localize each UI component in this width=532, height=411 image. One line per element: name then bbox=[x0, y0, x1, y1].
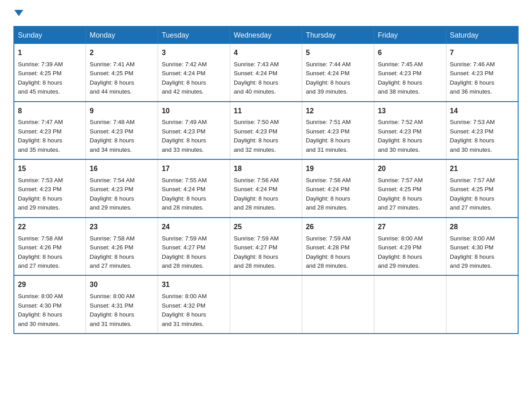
calendar-day-cell: 31Sunrise: 8:00 AMSunset: 4:32 PMDayligh… bbox=[158, 275, 230, 334]
calendar-day-cell: 8Sunrise: 7:47 AMSunset: 4:23 PMDaylight… bbox=[14, 102, 86, 160]
calendar-day-cell: 7Sunrise: 7:46 AMSunset: 4:23 PMDaylight… bbox=[446, 44, 518, 102]
day-number: 4 bbox=[234, 47, 298, 59]
calendar-day-cell bbox=[374, 275, 446, 334]
day-number: 9 bbox=[90, 106, 154, 117]
day-number: 24 bbox=[162, 222, 226, 233]
day-info: Sunrise: 8:00 AMSunset: 4:29 PMDaylight:… bbox=[378, 234, 442, 271]
svg-marker-0 bbox=[14, 10, 23, 16]
day-info: Sunrise: 8:00 AMSunset: 4:31 PMDaylight:… bbox=[90, 292, 154, 329]
day-info: Sunrise: 7:46 AMSunset: 4:23 PMDaylight:… bbox=[450, 60, 514, 97]
day-of-week-header: Sunday bbox=[14, 26, 86, 44]
day-info: Sunrise: 7:53 AMSunset: 4:23 PMDaylight:… bbox=[450, 118, 514, 154]
day-info: Sunrise: 7:42 AMSunset: 4:24 PMDaylight:… bbox=[162, 60, 226, 97]
day-info: Sunrise: 7:50 AMSunset: 4:23 PMDaylight:… bbox=[234, 118, 298, 154]
calendar-day-cell: 9Sunrise: 7:48 AMSunset: 4:23 PMDaylight… bbox=[86, 102, 158, 160]
calendar-day-cell: 17Sunrise: 7:55 AMSunset: 4:24 PMDayligh… bbox=[158, 159, 230, 218]
calendar-day-cell: 6Sunrise: 7:45 AMSunset: 4:23 PMDaylight… bbox=[374, 44, 446, 102]
day-number: 19 bbox=[306, 163, 370, 175]
day-info: Sunrise: 7:58 AMSunset: 4:26 PMDaylight:… bbox=[90, 234, 154, 271]
calendar-day-cell: 24Sunrise: 7:59 AMSunset: 4:27 PMDayligh… bbox=[158, 218, 230, 276]
calendar-day-cell: 1Sunrise: 7:39 AMSunset: 4:25 PMDaylight… bbox=[14, 44, 86, 102]
day-number: 17 bbox=[162, 163, 226, 175]
day-info: Sunrise: 8:00 AMSunset: 4:32 PMDaylight:… bbox=[162, 292, 226, 329]
calendar-day-cell: 22Sunrise: 7:58 AMSunset: 4:26 PMDayligh… bbox=[14, 218, 86, 276]
calendar-day-cell: 18Sunrise: 7:56 AMSunset: 4:24 PMDayligh… bbox=[230, 159, 302, 218]
day-number: 22 bbox=[18, 222, 82, 233]
calendar-day-cell: 20Sunrise: 7:57 AMSunset: 4:25 PMDayligh… bbox=[374, 159, 446, 218]
day-info: Sunrise: 7:58 AMSunset: 4:26 PMDaylight:… bbox=[18, 234, 82, 271]
day-of-week-header: Friday bbox=[374, 26, 446, 44]
day-info: Sunrise: 7:56 AMSunset: 4:24 PMDaylight:… bbox=[234, 176, 298, 213]
day-number: 8 bbox=[18, 106, 82, 117]
day-of-week-header: Saturday bbox=[446, 26, 518, 44]
day-number: 23 bbox=[90, 222, 154, 233]
calendar-day-cell: 14Sunrise: 7:53 AMSunset: 4:23 PMDayligh… bbox=[446, 102, 518, 160]
day-info: Sunrise: 7:55 AMSunset: 4:24 PMDaylight:… bbox=[162, 176, 226, 213]
calendar-week-row: 1Sunrise: 7:39 AMSunset: 4:25 PMDaylight… bbox=[14, 44, 518, 102]
page-header bbox=[13, 9, 519, 18]
day-info: Sunrise: 7:48 AMSunset: 4:23 PMDaylight:… bbox=[90, 118, 154, 154]
day-number: 30 bbox=[90, 279, 154, 291]
day-number: 29 bbox=[18, 279, 82, 291]
day-number: 25 bbox=[234, 222, 298, 233]
day-number: 5 bbox=[306, 47, 370, 59]
day-of-week-header: Tuesday bbox=[158, 26, 230, 44]
day-number: 1 bbox=[18, 47, 82, 59]
day-number: 20 bbox=[378, 163, 442, 175]
day-number: 21 bbox=[450, 163, 514, 175]
day-number: 3 bbox=[162, 47, 226, 59]
day-number: 6 bbox=[378, 47, 442, 59]
day-info: Sunrise: 7:57 AMSunset: 4:25 PMDaylight:… bbox=[450, 176, 514, 213]
calendar-week-row: 15Sunrise: 7:53 AMSunset: 4:23 PMDayligh… bbox=[14, 159, 518, 218]
calendar-day-cell bbox=[302, 275, 374, 334]
calendar-day-cell: 28Sunrise: 8:00 AMSunset: 4:30 PMDayligh… bbox=[446, 218, 518, 276]
day-number: 14 bbox=[450, 106, 514, 117]
day-info: Sunrise: 7:53 AMSunset: 4:23 PMDaylight:… bbox=[18, 176, 82, 213]
calendar-day-cell: 4Sunrise: 7:43 AMSunset: 4:24 PMDaylight… bbox=[230, 44, 302, 102]
calendar-day-cell: 16Sunrise: 7:54 AMSunset: 4:23 PMDayligh… bbox=[86, 159, 158, 218]
day-number: 28 bbox=[450, 222, 514, 233]
day-info: Sunrise: 7:39 AMSunset: 4:25 PMDaylight:… bbox=[18, 60, 82, 97]
day-info: Sunrise: 8:00 AMSunset: 4:30 PMDaylight:… bbox=[18, 292, 82, 329]
day-number: 27 bbox=[378, 222, 442, 233]
day-info: Sunrise: 7:47 AMSunset: 4:23 PMDaylight:… bbox=[18, 118, 82, 154]
day-number: 31 bbox=[162, 279, 226, 291]
day-number: 15 bbox=[18, 163, 82, 175]
calendar-day-cell: 11Sunrise: 7:50 AMSunset: 4:23 PMDayligh… bbox=[230, 102, 302, 160]
day-number: 10 bbox=[162, 106, 226, 117]
day-info: Sunrise: 7:54 AMSunset: 4:23 PMDaylight:… bbox=[90, 176, 154, 213]
day-number: 2 bbox=[90, 47, 154, 59]
calendar-day-cell: 27Sunrise: 8:00 AMSunset: 4:29 PMDayligh… bbox=[374, 218, 446, 276]
calendar-day-cell bbox=[230, 275, 302, 334]
calendar-day-cell: 3Sunrise: 7:42 AMSunset: 4:24 PMDaylight… bbox=[158, 44, 230, 102]
calendar-header-row: SundayMondayTuesdayWednesdayThursdayFrid… bbox=[14, 26, 518, 44]
calendar-day-cell: 30Sunrise: 8:00 AMSunset: 4:31 PMDayligh… bbox=[86, 275, 158, 334]
day-number: 18 bbox=[234, 163, 298, 175]
calendar-week-row: 29Sunrise: 8:00 AMSunset: 4:30 PMDayligh… bbox=[14, 275, 518, 334]
day-info: Sunrise: 7:41 AMSunset: 4:25 PMDaylight:… bbox=[90, 60, 154, 97]
logo bbox=[13, 9, 23, 18]
calendar-day-cell: 29Sunrise: 8:00 AMSunset: 4:30 PMDayligh… bbox=[14, 275, 86, 334]
calendar-day-cell: 25Sunrise: 7:59 AMSunset: 4:27 PMDayligh… bbox=[230, 218, 302, 276]
calendar-table: SundayMondayTuesdayWednesdayThursdayFrid… bbox=[13, 26, 519, 334]
calendar-day-cell: 19Sunrise: 7:56 AMSunset: 4:24 PMDayligh… bbox=[302, 159, 374, 218]
day-of-week-header: Wednesday bbox=[230, 26, 302, 44]
calendar-day-cell: 15Sunrise: 7:53 AMSunset: 4:23 PMDayligh… bbox=[14, 159, 86, 218]
day-info: Sunrise: 7:43 AMSunset: 4:24 PMDaylight:… bbox=[234, 60, 298, 97]
calendar-day-cell: 13Sunrise: 7:52 AMSunset: 4:23 PMDayligh… bbox=[374, 102, 446, 160]
day-info: Sunrise: 7:51 AMSunset: 4:23 PMDaylight:… bbox=[306, 118, 370, 154]
calendar-week-row: 8Sunrise: 7:47 AMSunset: 4:23 PMDaylight… bbox=[14, 102, 518, 160]
day-info: Sunrise: 7:52 AMSunset: 4:23 PMDaylight:… bbox=[378, 118, 442, 154]
day-info: Sunrise: 7:56 AMSunset: 4:24 PMDaylight:… bbox=[306, 176, 370, 213]
calendar-day-cell: 10Sunrise: 7:49 AMSunset: 4:23 PMDayligh… bbox=[158, 102, 230, 160]
day-info: Sunrise: 8:00 AMSunset: 4:30 PMDaylight:… bbox=[450, 234, 514, 271]
day-number: 26 bbox=[306, 222, 370, 233]
day-number: 16 bbox=[90, 163, 154, 175]
day-number: 7 bbox=[450, 47, 514, 59]
day-info: Sunrise: 7:45 AMSunset: 4:23 PMDaylight:… bbox=[378, 60, 442, 97]
calendar-day-cell: 23Sunrise: 7:58 AMSunset: 4:26 PMDayligh… bbox=[86, 218, 158, 276]
day-of-week-header: Monday bbox=[86, 26, 158, 44]
day-info: Sunrise: 7:59 AMSunset: 4:27 PMDaylight:… bbox=[234, 234, 298, 271]
day-info: Sunrise: 7:59 AMSunset: 4:27 PMDaylight:… bbox=[162, 234, 226, 271]
day-number: 13 bbox=[378, 106, 442, 117]
